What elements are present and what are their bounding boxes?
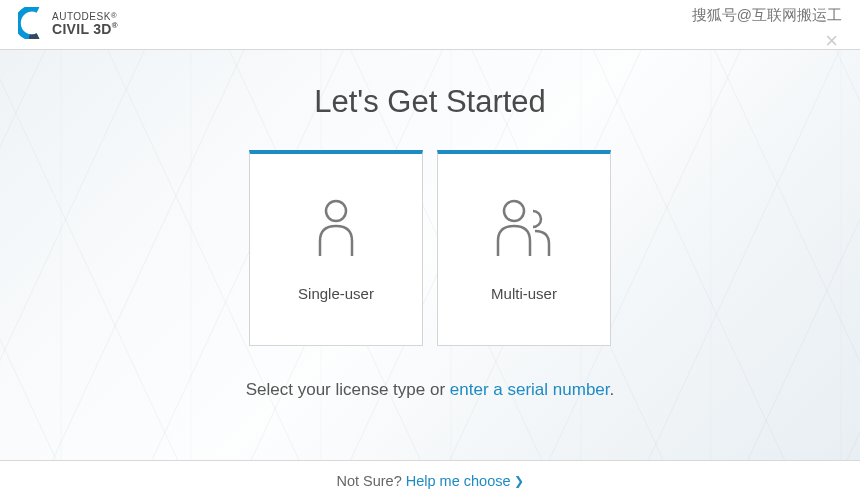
- svg-point-1: [504, 201, 524, 221]
- help-choose-link[interactable]: Help me choose ❯: [406, 473, 524, 489]
- enter-serial-link[interactable]: enter a serial number: [450, 380, 610, 399]
- footer-bar: Not Sure? Help me choose ❯: [0, 460, 860, 500]
- subtitle-text: Select your license type or enter a seri…: [0, 380, 860, 400]
- autodesk-c-icon: [18, 7, 44, 43]
- chevron-right-icon: ❯: [514, 474, 524, 488]
- card-label: Multi-user: [491, 285, 557, 302]
- close-icon[interactable]: ×: [825, 30, 838, 52]
- person-icon: [316, 197, 356, 259]
- svg-point-0: [326, 201, 346, 221]
- product-logo: AUTODESK® CIVIL 3D®: [18, 7, 118, 43]
- people-icon: [493, 197, 555, 259]
- multi-user-card[interactable]: Multi-user: [437, 150, 611, 346]
- footer-text: Not Sure?: [336, 473, 401, 489]
- single-user-card[interactable]: Single-user: [249, 150, 423, 346]
- card-label: Single-user: [298, 285, 374, 302]
- page-title: Let's Get Started: [0, 84, 860, 120]
- product-name: CIVIL 3D®: [52, 22, 118, 37]
- license-type-cards: Single-user Multi-user: [0, 150, 860, 346]
- watermark-text: 搜狐号@互联网搬运工: [692, 6, 842, 25]
